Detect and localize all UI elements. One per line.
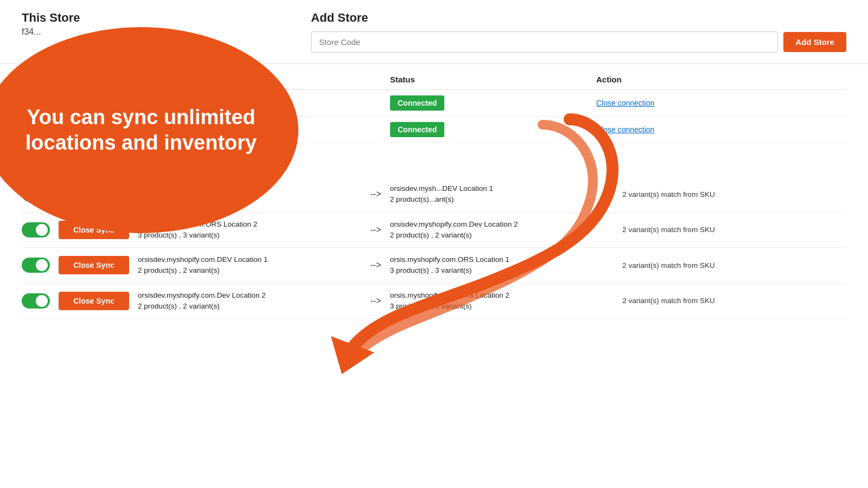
sync-toggle[interactable]	[22, 293, 50, 309]
list-item: Close Sync orsis.myshopify.com.ORS Locat…	[22, 177, 846, 213]
close-sync-button[interactable]: Close Sync	[59, 292, 129, 310]
sync-match: 2 variant(s) match from SKU	[622, 190, 846, 198]
page-wrapper: This Store f34... Add Store Add Store Hu…	[0, 0, 868, 488]
add-store-panel: Add Store Add Store	[311, 11, 846, 53]
status-badge: Connected	[390, 122, 444, 137]
connected-hub-cell: ...ify.com	[22, 90, 382, 117]
sync-match: 2 variant(s) match from SKU	[622, 261, 846, 269]
close-connection-link[interactable]: Close connection	[596, 125, 654, 134]
status-badge: Connected	[390, 95, 444, 111]
sync-source: orsisdev.myshopify.com.DEV Location 12 p…	[138, 254, 362, 277]
svg-marker-0	[331, 336, 374, 374]
sync-arrow-label: -->	[371, 189, 381, 199]
connected-status-cell: Connected	[382, 117, 589, 143]
list-item: Close Sync orsis.myshopify.com.ORS Locat…	[22, 213, 846, 248]
col-header-status: Status	[382, 69, 589, 90]
sync-arrow-label: -->	[371, 260, 381, 270]
add-store-button[interactable]: Add Store	[783, 32, 846, 52]
connected-stores-table: Hub Store Status Action ...ify.com Conne…	[22, 69, 846, 143]
sync-arrow-label: -->	[371, 296, 381, 306]
sync-source: orsisdev.myshopify.com.Dev Location 22 p…	[138, 290, 362, 312]
add-store-title: Add Store	[311, 11, 846, 25]
sync-toggle[interactable]	[22, 187, 50, 202]
top-section: This Store f34... Add Store Add Store	[0, 0, 868, 64]
col-header-action: Action	[589, 69, 846, 90]
list-item: Close Sync orsisdev.myshopify.com.DEV Lo…	[22, 248, 846, 284]
synced-section-title: Synced Location(s)	[22, 154, 846, 168]
sync-toggle[interactable]	[22, 258, 50, 273]
close-sync-button[interactable]: Close Sync	[59, 185, 129, 203]
store-code-input[interactable]	[311, 31, 778, 53]
this-store-label: This Store	[22, 11, 289, 25]
store-id: f34...	[22, 27, 289, 37]
sync-source: orsis.myshopify.com.ORS Location 13 prod…	[138, 183, 362, 206]
close-sync-button[interactable]: Close Sync	[59, 221, 129, 239]
connected-action-cell: Close connection	[589, 117, 846, 143]
close-connection-link[interactable]: Close connection	[596, 99, 654, 107]
connected-table-section: Hub Store Status Action ...ify.com Conne…	[0, 69, 868, 143]
col-header-hub: Hub Store	[22, 69, 382, 90]
sync-dest: orsisdev.mysh...DEV Location 12 product(…	[390, 183, 614, 206]
add-store-form: Add Store	[311, 31, 846, 53]
sync-arrow-label: -->	[371, 225, 381, 235]
synced-section: Synced Location(s) Close Sync orsis.mysh…	[0, 143, 868, 319]
sync-toggle[interactable]	[22, 222, 50, 237]
sync-dest: orsis.myshopify.com.ORS Location 23 prod…	[390, 290, 614, 312]
connected-status-cell: Connected	[382, 90, 589, 117]
connected-hub-cell: ...nopify.com	[22, 117, 382, 143]
close-sync-button[interactable]: Close Sync	[59, 256, 129, 274]
sync-dest: orsis.myshopify.com.ORS Location 13 prod…	[390, 254, 614, 277]
sync-match: 2 variant(s) match from SKU	[622, 297, 846, 305]
table-row: ...nopify.com Connected Close connection	[22, 117, 846, 143]
sync-match: 2 variant(s) match from SKU	[622, 226, 846, 234]
list-item: Close Sync orsisdev.myshopify.com.Dev Lo…	[22, 284, 846, 319]
sync-dest: orsisdev.myshopify.com.Dev Location 22 p…	[390, 219, 614, 241]
this-store-panel: This Store f34...	[22, 11, 289, 53]
sync-rows-container: Close Sync orsis.myshopify.com.ORS Locat…	[22, 177, 846, 319]
sync-source: orsis.myshopify.com.ORS Location 23 prod…	[138, 219, 362, 241]
table-row: ...ify.com Connected Close connection	[22, 90, 846, 117]
connected-action-cell: Close connection	[589, 90, 846, 117]
